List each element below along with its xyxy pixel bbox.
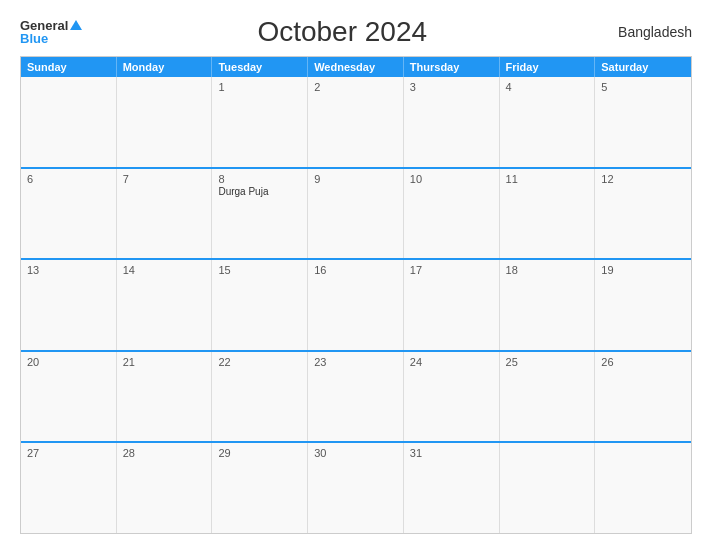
day-number: 23 (314, 356, 397, 368)
cell-w2-d1: 6 (21, 169, 117, 259)
cell-w1-d3: 1 (212, 77, 308, 167)
cell-w5-d5: 31 (404, 443, 500, 533)
logo-triangle-icon (70, 20, 82, 30)
day-number: 6 (27, 173, 110, 185)
cell-w3-d6: 18 (500, 260, 596, 350)
day-number: 27 (27, 447, 110, 459)
calendar-body: 12345678Durga Puja9101112131415161718192… (21, 77, 691, 533)
cell-w4-d2: 21 (117, 352, 213, 442)
day-number: 26 (601, 356, 685, 368)
day-number: 28 (123, 447, 206, 459)
header-tuesday: Tuesday (212, 57, 308, 77)
day-number: 17 (410, 264, 493, 276)
cell-w2-d6: 11 (500, 169, 596, 259)
cell-w2-d7: 12 (595, 169, 691, 259)
cell-w3-d2: 14 (117, 260, 213, 350)
calendar-header: Sunday Monday Tuesday Wednesday Thursday… (21, 57, 691, 77)
day-number: 12 (601, 173, 685, 185)
header-sunday: Sunday (21, 57, 117, 77)
cell-w5-d7 (595, 443, 691, 533)
event-label: Durga Puja (218, 186, 268, 197)
day-number: 22 (218, 356, 301, 368)
day-number: 18 (506, 264, 589, 276)
header-wednesday: Wednesday (308, 57, 404, 77)
day-number: 8 (218, 173, 301, 185)
day-number: 25 (506, 356, 589, 368)
cell-w2-d2: 7 (117, 169, 213, 259)
day-number: 24 (410, 356, 493, 368)
day-number: 31 (410, 447, 493, 459)
day-number: 5 (601, 81, 685, 93)
day-number: 29 (218, 447, 301, 459)
day-number: 10 (410, 173, 493, 185)
cell-w3-d7: 19 (595, 260, 691, 350)
calendar: Sunday Monday Tuesday Wednesday Thursday… (20, 56, 692, 534)
cell-w2-d4: 9 (308, 169, 404, 259)
day-number: 2 (314, 81, 397, 93)
day-number: 1 (218, 81, 301, 93)
cell-w3-d1: 13 (21, 260, 117, 350)
cell-w4-d7: 26 (595, 352, 691, 442)
cell-w1-d7: 5 (595, 77, 691, 167)
day-number: 3 (410, 81, 493, 93)
week-1: 12345 (21, 77, 691, 169)
cell-w5-d4: 30 (308, 443, 404, 533)
header-friday: Friday (500, 57, 596, 77)
page: General Blue October 2024 Bangladesh Sun… (0, 0, 712, 550)
day-number: 30 (314, 447, 397, 459)
header-thursday: Thursday (404, 57, 500, 77)
cell-w1-d6: 4 (500, 77, 596, 167)
header-monday: Monday (117, 57, 213, 77)
header-saturday: Saturday (595, 57, 691, 77)
cell-w5-d3: 29 (212, 443, 308, 533)
day-number: 11 (506, 173, 589, 185)
cell-w2-d3: 8Durga Puja (212, 169, 308, 259)
day-number: 14 (123, 264, 206, 276)
day-number: 7 (123, 173, 206, 185)
cell-w1-d4: 2 (308, 77, 404, 167)
week-2: 678Durga Puja9101112 (21, 169, 691, 261)
day-number: 21 (123, 356, 206, 368)
day-number: 20 (27, 356, 110, 368)
day-number: 16 (314, 264, 397, 276)
day-number: 15 (218, 264, 301, 276)
cell-w4-d3: 22 (212, 352, 308, 442)
day-number: 9 (314, 173, 397, 185)
calendar-title: October 2024 (82, 16, 602, 48)
cell-w5-d6 (500, 443, 596, 533)
week-5: 2728293031 (21, 443, 691, 533)
header: General Blue October 2024 Bangladesh (20, 16, 692, 48)
day-number: 13 (27, 264, 110, 276)
week-4: 20212223242526 (21, 352, 691, 444)
cell-w4-d6: 25 (500, 352, 596, 442)
logo-blue-text: Blue (20, 32, 48, 45)
day-number: 4 (506, 81, 589, 93)
cell-w5-d1: 27 (21, 443, 117, 533)
week-3: 13141516171819 (21, 260, 691, 352)
cell-w1-d5: 3 (404, 77, 500, 167)
cell-w1-d1 (21, 77, 117, 167)
cell-w5-d2: 28 (117, 443, 213, 533)
cell-w3-d4: 16 (308, 260, 404, 350)
day-number: 19 (601, 264, 685, 276)
cell-w4-d1: 20 (21, 352, 117, 442)
cell-w1-d2 (117, 77, 213, 167)
logo: General Blue (20, 19, 82, 45)
cell-w4-d5: 24 (404, 352, 500, 442)
cell-w2-d5: 10 (404, 169, 500, 259)
country-label: Bangladesh (602, 24, 692, 40)
cell-w3-d5: 17 (404, 260, 500, 350)
cell-w3-d3: 15 (212, 260, 308, 350)
cell-w4-d4: 23 (308, 352, 404, 442)
